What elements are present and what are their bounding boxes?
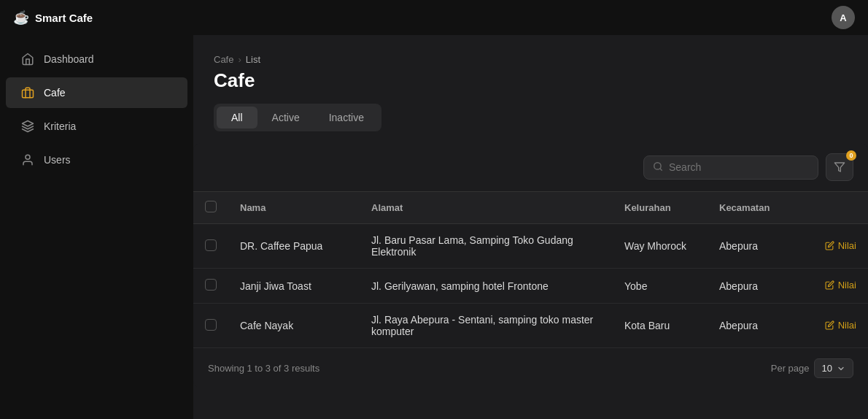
nilai-button-2[interactable]: Nilai (825, 320, 856, 331)
sidebar-item-cafe[interactable]: Cafe (6, 77, 187, 108)
app-name: Smart Cafe (35, 12, 93, 24)
cell-alamat-1: Jl. Gerilyawan, samping hotel Frontone (360, 269, 613, 304)
cell-kelurahan-1: Yobe (613, 269, 708, 304)
sidebar-label-dashboard: Dashboard (44, 53, 94, 65)
col-header-check (193, 192, 228, 224)
breadcrumb-separator: › (238, 54, 241, 65)
per-page-dropdown[interactable]: 10 (814, 358, 853, 378)
col-header-kecamatan: Kecamatan (708, 192, 802, 224)
edit-icon (825, 241, 834, 250)
chevron-down-icon (837, 364, 845, 373)
row-checkbox-1[interactable] (205, 279, 217, 291)
user-icon (20, 153, 35, 167)
filter-badge: 0 (846, 150, 856, 161)
col-header-kelurahan: Kelurahan (613, 192, 708, 224)
cell-nama-1: Janji Jiwa Toast (228, 269, 360, 304)
cell-action-0: Nilai (802, 224, 868, 269)
row-checkbox-cell (193, 304, 228, 348)
shop-icon (20, 85, 35, 100)
svg-marker-5 (834, 163, 844, 172)
table-row: DR. Caffee Papua Jl. Baru Pasar Lama, Sa… (193, 224, 868, 269)
cell-kecamatan-2: Abepura (708, 304, 802, 348)
search-box[interactable] (643, 155, 818, 180)
sidebar: Dashboard Cafe Kriteria Users (0, 0, 193, 419)
per-page-select: Per page 10 (771, 358, 853, 378)
pagination: Showing 1 to 3 of 3 results Per page 10 (193, 347, 868, 388)
sidebar-item-kriteria[interactable]: Kriteria (6, 111, 187, 142)
row-checkbox-2[interactable] (205, 319, 217, 331)
cell-kelurahan-0: Way Mhorock (613, 224, 708, 269)
tab-inactive[interactable]: Inactive (314, 107, 379, 128)
svg-line-4 (660, 168, 662, 170)
sidebar-label-users: Users (44, 154, 71, 166)
cell-alamat-2: Jl. Raya Abepura - Sentani, samping toko… (360, 304, 613, 348)
row-checkbox-0[interactable] (205, 239, 217, 251)
filter-button[interactable]: 0 (826, 153, 853, 181)
cell-action-1: Nilai (802, 269, 868, 304)
per-page-value: 10 (822, 363, 832, 374)
sidebar-label-kriteria: Kriteria (44, 120, 76, 132)
per-page-label: Per page (771, 363, 810, 374)
page-title: Cafe (193, 68, 868, 104)
tab-all[interactable]: All (217, 107, 257, 128)
logo-icon: ☕ (13, 9, 29, 26)
svg-marker-1 (23, 121, 34, 127)
cell-nama-2: Cafe Nayak (228, 304, 360, 348)
data-table: Nama Alamat Kelurahan Kecamatan DR. Caff… (193, 191, 868, 347)
sidebar-label-cafe: Cafe (44, 87, 66, 99)
avatar[interactable]: A (832, 6, 855, 29)
breadcrumb: Cafe › List (193, 42, 868, 68)
sidebar-item-users[interactable]: Users (6, 145, 187, 175)
svg-rect-0 (23, 90, 34, 98)
cell-action-2: Nilai (802, 304, 868, 348)
edit-icon (825, 320, 834, 330)
search-input[interactable] (669, 161, 809, 173)
cell-nama-0: DR. Caffee Papua (228, 224, 360, 269)
table-toolbar: 0 (193, 143, 868, 191)
breadcrumb-current: List (246, 54, 260, 65)
table-container: 0 Nama Alamat Kelurahan Kecamatan (193, 143, 868, 388)
main-content: Cafe › List Cafe All Active Inactive (193, 0, 868, 419)
nilai-button-0[interactable]: Nilai (825, 240, 856, 251)
table-row: Cafe Nayak Jl. Raya Abepura - Sentani, s… (193, 304, 868, 348)
cell-kelurahan-2: Kota Baru (613, 304, 708, 348)
layers-icon (20, 119, 35, 134)
filter-tabs: All Active Inactive (214, 104, 381, 131)
table-row: Janji Jiwa Toast Jl. Gerilyawan, samping… (193, 269, 868, 304)
select-all-checkbox[interactable] (205, 201, 217, 212)
edit-icon (825, 280, 834, 290)
col-header-nama: Nama (228, 192, 360, 224)
app-logo: ☕ Smart Cafe (13, 9, 93, 26)
tab-active[interactable]: Active (257, 107, 314, 128)
cell-kecamatan-0: Abepura (708, 224, 802, 269)
col-header-alamat: Alamat (360, 192, 613, 224)
breadcrumb-root[interactable]: Cafe (214, 54, 233, 65)
cell-alamat-0: Jl. Baru Pasar Lama, Samping Toko Gudang… (360, 224, 613, 269)
row-checkbox-cell (193, 224, 228, 269)
sidebar-item-dashboard[interactable]: Dashboard (6, 44, 187, 74)
svg-point-2 (26, 155, 30, 159)
nilai-button-1[interactable]: Nilai (825, 280, 856, 291)
pagination-showing: Showing 1 to 3 of 3 results (208, 363, 319, 374)
topbar: ☕ Smart Cafe A (0, 0, 868, 35)
home-icon (20, 52, 35, 66)
cell-kecamatan-1: Abepura (708, 269, 802, 304)
row-checkbox-cell (193, 269, 228, 304)
search-icon (653, 161, 663, 174)
col-header-action (802, 192, 868, 224)
